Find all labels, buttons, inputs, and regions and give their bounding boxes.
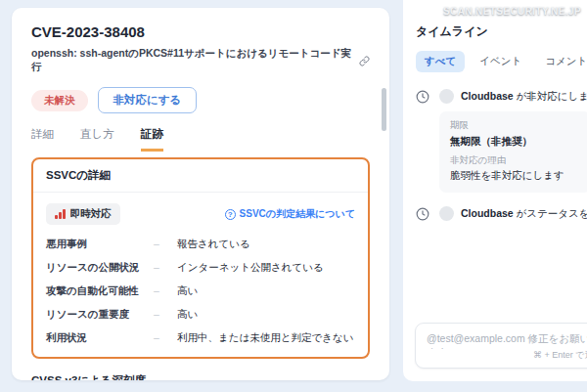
- ssvc-row: リソースの公開状況 インターネット公開されている: [46, 261, 355, 275]
- comment-input-box: ⌘ + Enter で送信: [415, 323, 587, 369]
- tab-evidence[interactable]: 証跡: [141, 127, 163, 152]
- ssvc-result-link[interactable]: ? SSVCの判定結果について: [225, 207, 355, 221]
- vulnerability-detail-card: CVE-2023-38408 openssh: ssh-agentのPKCS#1…: [12, 8, 389, 380]
- dash-separator: [154, 238, 177, 249]
- timeline-filters: すべて イベント コメント: [416, 51, 587, 72]
- comment-input[interactable]: [416, 324, 587, 349]
- detail-tabs: 詳細 直し方 証跡: [31, 127, 370, 152]
- ssvc-section: SSVCの詳細 即時対応 ? SSVCの判定結果について 悪用事例: [31, 157, 370, 359]
- event-actor: Cloudbase: [461, 207, 514, 219]
- deadline-label: 期限: [450, 119, 580, 132]
- avatar: [439, 206, 454, 221]
- clock-icon: [416, 90, 429, 104]
- signal-bars-icon: [55, 209, 66, 219]
- reason-label: 非対応の理由: [450, 154, 580, 167]
- scrollbar-thumb[interactable]: [382, 88, 386, 131]
- ssvc-row: リソースの重要度 高い: [46, 308, 355, 322]
- dash-separator: [154, 261, 177, 273]
- ssvc-priority-badge: 即時対応: [46, 203, 120, 225]
- event-detail-card: 期限 無期限（非推奨） 非対応の理由 脆弱性を非対応にします: [439, 111, 587, 193]
- avatar: [439, 89, 454, 104]
- event-action: がステータスをリセットしました: [514, 207, 587, 219]
- deadline-value: 無期限（非推奨）: [450, 135, 580, 149]
- ssvc-section-title: SSVCの詳細: [33, 159, 368, 193]
- timeline-panel: タイムライン すべて イベント コメント Cloudbase が非対応にしました…: [403, 0, 587, 381]
- vulnerability-subtitle: openssh: ssh-agentのPKCS#11サポートにおけるリモートコー…: [31, 47, 354, 74]
- cvss-section: CVSS v3による深刻度 NVD 基本値: 9.8 緊急 攻撃区分 ネットワー…: [31, 373, 370, 380]
- ssvc-result-link-label: SSVCの判定結果について: [240, 207, 355, 221]
- set-not-applicable-button[interactable]: 非対応にする: [98, 87, 198, 113]
- event-actor: Cloudbase: [461, 90, 514, 102]
- timeline-event: Cloudbase がステータスをリセットしました: [416, 206, 587, 221]
- cvss-section-title: CVSS v3による深刻度: [31, 373, 370, 380]
- filter-events[interactable]: イベント: [471, 51, 530, 72]
- filter-all[interactable]: すべて: [416, 51, 465, 72]
- tab-details[interactable]: 詳細: [31, 127, 54, 152]
- status-badge: 未解決: [31, 90, 88, 111]
- clock-icon: [416, 207, 429, 221]
- dash-separator: [154, 308, 177, 320]
- timeline-event: Cloudbase が非対応にしました・1年前 期限 無期限（非推奨） 非対応の…: [416, 89, 587, 193]
- reason-value: 脆弱性を非対応にします: [450, 169, 580, 183]
- watermark: SCAN.NETSECURITY.NE.JP: [443, 6, 581, 17]
- page-title: CVE-2023-38408: [31, 23, 370, 40]
- dash-separator: [154, 284, 177, 296]
- tab-remediation[interactable]: 直し方: [80, 127, 114, 152]
- ssvc-row: 攻撃の自動化可能性 高い: [46, 284, 355, 298]
- event-action: が非対応にしました: [514, 90, 587, 102]
- filter-comments[interactable]: コメント: [536, 51, 587, 72]
- dash-separator: [154, 331, 177, 343]
- ssvc-priority-label: 即時対応: [70, 207, 112, 221]
- ssvc-row: 利用状況 利用中、または未使用と判定できない: [46, 331, 355, 345]
- submit-hint: ⌘ + Enter で送信: [533, 349, 587, 362]
- link-icon[interactable]: [359, 56, 370, 66]
- ssvc-row: 悪用事例 報告されている: [46, 238, 355, 251]
- help-icon: ?: [225, 209, 236, 220]
- timeline-title: タイムライン: [416, 23, 587, 40]
